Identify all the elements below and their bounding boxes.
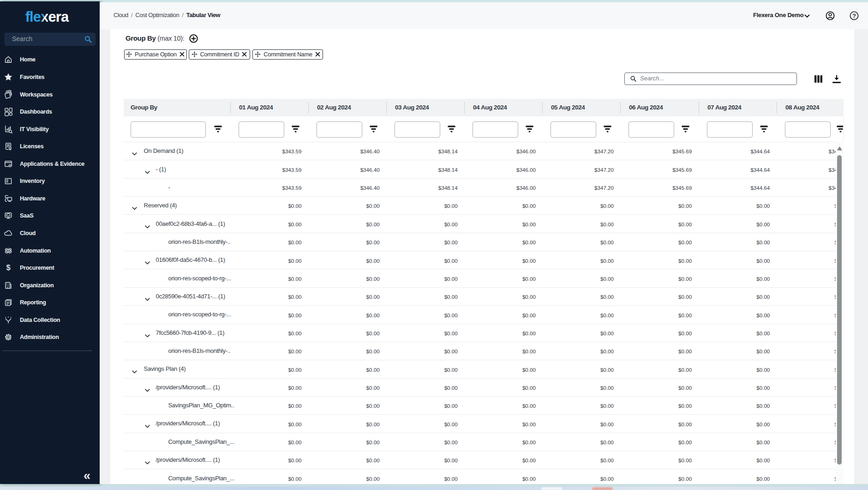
svg-text:$: $ [6,263,10,272]
svg-text:?: ? [852,13,856,19]
